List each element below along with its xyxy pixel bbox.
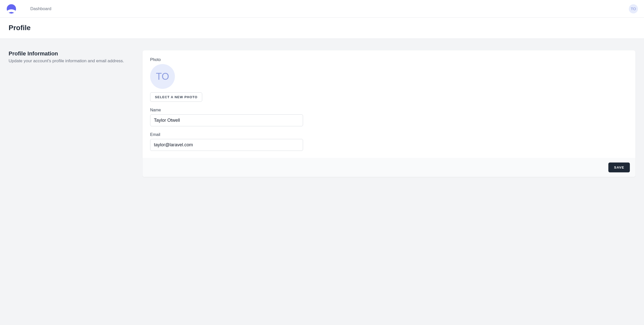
name-group: Name — [150, 108, 628, 126]
main-content: Profile Information Update your account'… — [0, 39, 644, 189]
page-title: Profile — [9, 24, 635, 32]
logo-icon[interactable] — [6, 4, 17, 14]
name-label: Name — [150, 108, 628, 112]
save-button[interactable]: SAVE — [608, 162, 630, 172]
section-subtitle: Update your account's profile informatio… — [9, 58, 136, 64]
card-body: Photo TO SELECT A NEW PHOTO Name Email — [143, 50, 635, 158]
photo-avatar: TO — [150, 64, 175, 89]
section-description: Profile Information Update your account'… — [9, 50, 136, 64]
email-input[interactable] — [150, 139, 303, 151]
photo-label: Photo — [150, 57, 628, 62]
user-avatar-menu[interactable]: TO — [629, 4, 638, 13]
card-footer: SAVE — [143, 158, 635, 177]
section-title: Profile Information — [9, 50, 136, 57]
email-label: Email — [150, 132, 628, 137]
profile-info-section: Profile Information Update your account'… — [9, 50, 635, 177]
top-nav: Dashboard TO — [0, 0, 644, 18]
email-group: Email — [150, 132, 628, 151]
profile-form-card: Photo TO SELECT A NEW PHOTO Name Email S… — [143, 50, 635, 177]
name-input[interactable] — [150, 114, 303, 126]
nav-link-dashboard[interactable]: Dashboard — [30, 6, 51, 11]
photo-group: Photo TO SELECT A NEW PHOTO — [150, 57, 628, 102]
nav-left: Dashboard — [6, 4, 51, 14]
page-header: Profile — [0, 18, 644, 39]
select-photo-button[interactable]: SELECT A NEW PHOTO — [150, 92, 202, 102]
